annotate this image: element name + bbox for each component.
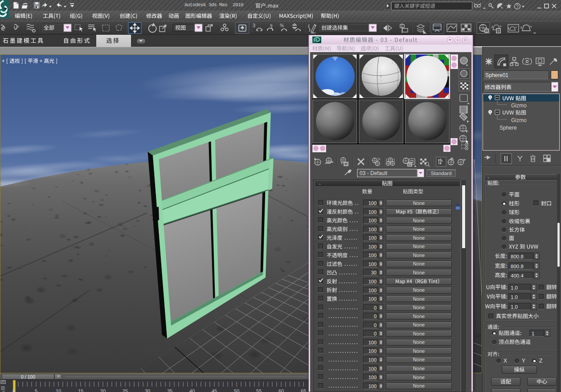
svg-text:55: 55 [256,388,262,392]
svg-text:15: 15 [78,388,83,392]
svg-text:40: 40 [189,388,195,392]
svg-text:10: 10 [56,388,61,392]
svg-text:65: 65 [301,388,306,392]
svg-text:20: 20 [100,388,106,392]
svg-text:30: 30 [145,388,150,392]
svg-text:50: 50 [234,388,239,392]
svg-text:0: 0 [12,388,15,392]
svg-text:ABC: ABC [311,32,316,34]
svg-text:3: 3 [253,23,255,28]
svg-text:45: 45 [212,388,217,392]
svg-text:?: ? [516,4,519,9]
svg-text:60: 60 [278,388,284,392]
svg-text:%: % [280,23,284,28]
svg-text:25: 25 [123,388,128,392]
svg-text:35: 35 [167,388,172,392]
svg-text:5: 5 [35,388,37,392]
